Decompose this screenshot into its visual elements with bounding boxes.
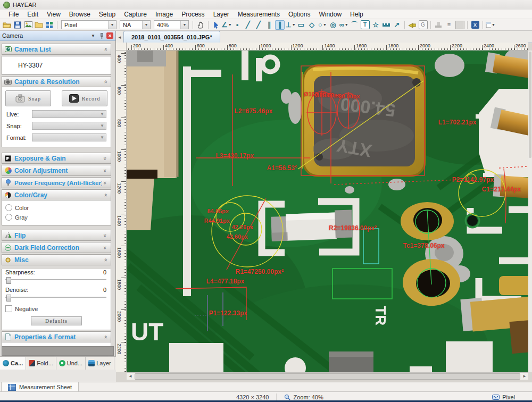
linked-circles-tool-icon[interactable]: ∞▼ <box>339 20 348 30</box>
thumbnail-grid-icon[interactable] <box>45 20 54 30</box>
sharpness-slider[interactable] <box>5 277 106 283</box>
menu-item[interactable]: Options <box>284 10 314 19</box>
fit-width-icon[interactable]: ≡ <box>444 20 454 30</box>
grid-view-icon[interactable] <box>455 20 464 30</box>
expand-chevron-icon[interactable]: » <box>102 232 109 239</box>
menu-item[interactable]: Setup <box>95 10 120 19</box>
point-tool-icon[interactable]: • <box>232 20 242 30</box>
section-misc[interactable]: Misc » <box>2 254 111 265</box>
panel-close-icon[interactable]: ✕ <box>106 32 113 39</box>
section-capture-resolution[interactable]: Capture & Resolution » <box>2 76 111 87</box>
scroll-left-icon[interactable]: ◄ <box>127 374 134 379</box>
new-window-caret-icon[interactable]: ▼ <box>492 23 495 27</box>
measurement-label[interactable]: 43.60px <box>227 233 248 240</box>
image-canvas[interactable]: UT TR 54.000 XTY <box>127 51 528 372</box>
section-power-frequency[interactable]: Power Frequency (Anti-flicker) » <box>2 177 111 188</box>
caliper-tool-icon[interactable] <box>381 20 391 30</box>
menu-item[interactable]: Process <box>177 10 209 19</box>
section-camera-list[interactable]: Camera List » <box>2 44 111 55</box>
menu-item[interactable]: Capture <box>120 10 151 19</box>
callout-tool-icon[interactable] <box>408 20 417 30</box>
camera-device-item[interactable]: HY-3307 <box>2 56 111 74</box>
record-button[interactable]: Record <box>62 90 107 106</box>
concentric-circle-tool-icon[interactable]: ◎ <box>328 20 338 30</box>
denoise-slider[interactable] <box>5 294 106 300</box>
collapse-chevron-icon[interactable]: » <box>102 334 109 340</box>
expand-chevron-icon[interactable]: » <box>102 180 109 186</box>
star-tool-icon[interactable]: ☆ <box>371 20 380 30</box>
measurement-label[interactable]: L2=675.46px <box>235 107 273 115</box>
perpendicular-tool-icon[interactable]: ⊥▼ <box>286 20 295 30</box>
select-tool-icon[interactable] <box>211 20 221 30</box>
parallel-hatch-tool-icon[interactable]: ∥ <box>275 20 285 30</box>
v-scroll-thumb[interactable] <box>529 52 531 158</box>
arrow-tool-icon[interactable]: ↗ <box>392 20 402 30</box>
expand-chevron-icon[interactable]: » <box>102 155 109 162</box>
h-scroll-thumb[interactable] <box>135 373 520 380</box>
tab-layer[interactable]: Layer <box>86 357 114 370</box>
collapse-chevron-icon[interactable]: » <box>102 257 109 263</box>
h-scrollbar[interactable]: ◄ ► <box>127 372 528 380</box>
open-file-icon[interactable] <box>2 20 12 30</box>
panel-pin-icon[interactable] <box>98 32 105 39</box>
angle-tool-icon[interactable]: ∠▼ <box>222 20 231 30</box>
text-tool-icon[interactable]: T <box>360 20 370 30</box>
tab-scroll-left-icon[interactable]: ◄ <box>116 32 123 43</box>
collapse-chevron-icon[interactable]: » <box>102 192 109 198</box>
scroll-right-icon[interactable]: ► <box>521 374 528 379</box>
collapse-chevron-icon[interactable]: » <box>102 79 109 85</box>
color-radio[interactable]: Color <box>5 204 111 211</box>
expand-chevron-icon[interactable]: » <box>102 245 109 251</box>
format-select[interactable]: ▼ <box>32 133 106 141</box>
section-color-gray[interactable]: Color/Gray » <box>2 189 111 200</box>
menu-item[interactable]: Layer <box>209 10 234 19</box>
measurement-label[interactable]: P2=1142.97px <box>452 176 494 183</box>
menu-item[interactable]: View <box>43 10 65 19</box>
defaults-button[interactable]: Defaults <box>31 316 82 325</box>
zoom-select[interactable]: 40% ▼ <box>154 20 189 29</box>
gray-radio[interactable]: Gray <box>5 214 111 221</box>
measurement-label[interactable]: 84.05px <box>207 208 229 214</box>
linked-circles-caret-icon[interactable]: ▼ <box>345 23 348 27</box>
negative-checkbox[interactable]: Negative <box>5 305 111 312</box>
measurement-label[interactable]: R44.91px <box>204 217 230 224</box>
save-icon[interactable] <box>13 20 22 30</box>
section-properties-format[interactable]: Properties & Format » <box>2 331 111 342</box>
menu-item[interactable]: Image <box>151 10 177 19</box>
menu-item[interactable]: File <box>4 10 23 19</box>
expand-chevron-icon[interactable]: » <box>102 168 109 174</box>
measurement-label[interactable]: L3=430.17px <box>216 152 254 160</box>
export-excel-icon[interactable]: X <box>470 20 480 30</box>
live-resolution-select[interactable]: ▼ <box>32 110 106 118</box>
circle-tool-icon[interactable]: ○▼ <box>318 20 327 30</box>
snap-button[interactable]: Snap <box>5 90 51 106</box>
document-tab[interactable]: 2018_0101_003554_010.JPG* <box>123 31 220 43</box>
line-tool-icon[interactable]: ╱ <box>243 20 253 30</box>
denoise-slider-thumb[interactable] <box>6 295 11 302</box>
section-color-adjustment[interactable]: Color Adjustment » <box>2 165 111 176</box>
new-window-icon[interactable]: ▼ <box>486 20 495 30</box>
snap-resolution-select[interactable]: ▼ <box>32 122 106 130</box>
section-flip[interactable]: Flip » <box>2 230 111 241</box>
measurement-label[interactable]: Tc1=378.06px <box>403 242 445 249</box>
measurement-label[interactable]: =20.00px <box>335 93 360 99</box>
measurement-label[interactable]: 42.26px <box>232 224 253 230</box>
image-browse-icon[interactable] <box>23 20 33 30</box>
menu-item[interactable]: Measurements <box>234 10 284 19</box>
sharpness-slider-thumb[interactable] <box>6 277 11 284</box>
section-exposure-gain[interactable]: Exposure & Gain » <box>2 153 111 164</box>
grid-overlay-icon[interactable]: G <box>418 20 428 30</box>
collapse-chevron-icon[interactable]: » <box>102 46 109 53</box>
parallel-tool-icon[interactable]: ∥ <box>264 20 274 30</box>
stamp-icon[interactable] <box>434 20 443 30</box>
menu-item[interactable]: Window <box>314 10 346 19</box>
polygon-tool-icon[interactable]: ◇ <box>307 20 317 30</box>
measurement-label[interactable]: A1=56.53° <box>267 164 297 172</box>
circle-caret-icon[interactable]: ▼ <box>323 23 327 27</box>
pan-hand-icon[interactable] <box>196 20 205 30</box>
perpendicular-caret-icon[interactable]: ▼ <box>292 23 296 27</box>
tab-folders[interactable]: Fold... <box>26 357 56 370</box>
tab-camera[interactable]: Ca... <box>0 357 26 370</box>
polyline-tool-icon[interactable]: ╱ <box>254 20 263 30</box>
measurement-label[interactable]: R2=19836.00px² <box>329 224 377 232</box>
